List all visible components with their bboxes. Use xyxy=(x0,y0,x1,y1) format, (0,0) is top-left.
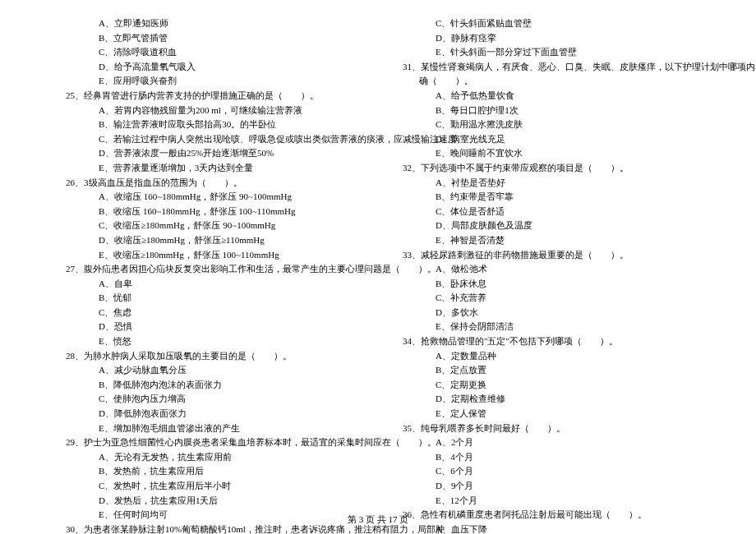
option: D、收缩压≥180mmHg，舒张压≥110mmHg xyxy=(49,233,370,248)
question-stem: 27、腹外疝患者因担心疝块反复突出影响工作和生活，最常产生的主要心理问题是（ ）… xyxy=(49,262,370,277)
option: C、体位是否舒适 xyxy=(386,205,707,219)
option: C、收缩压≥180mmHg，舒张压 90~100mmHg xyxy=(49,219,370,233)
option: B、每日口腔护理1次 xyxy=(386,104,707,118)
option: E、应用呼吸兴奋剂 xyxy=(49,74,370,89)
option: C、若输注过程中病人突然出现呛咳、呼吸急促或咳出类似营养液的痰液，应减慢输注速度 xyxy=(49,132,370,147)
option: E、营养液量逐渐增加，3天内达到全量 xyxy=(49,161,370,176)
question-stem: 34、抢救物品管理的"五定"不包括下列哪项（ ）。 xyxy=(386,334,707,349)
option: D、静脉有痉挛 xyxy=(386,31,707,46)
option: E、神智是否清楚 xyxy=(386,233,707,248)
option: A、自卑 xyxy=(49,277,370,292)
option: C、勤用温水擦洗皮肤 xyxy=(386,117,707,132)
option: A、若胃内容物残留量为200 ml，可继续输注营养液 xyxy=(49,104,370,118)
option: A、给予低热量饮食 xyxy=(386,89,707,104)
option: C、补充营养 xyxy=(386,291,707,306)
option: E、定人保管 xyxy=(386,407,707,421)
option: B、立即气管插管 xyxy=(49,31,370,46)
option: D、定期检查维修 xyxy=(386,392,707,407)
option: C、针头斜面紧贴血管壁 xyxy=(386,16,707,31)
option: A、衬垫是否垫好 xyxy=(386,176,707,191)
question-stem: 33、减轻尿路刺激征的非药物措施最重要的是（ ）。 xyxy=(386,248,707,263)
option: D、局部皮肤颜色及温度 xyxy=(386,219,707,233)
option: E、保持会阴部清洁 xyxy=(386,320,707,334)
option: E、12个月 xyxy=(386,494,707,509)
option: C、使肺泡内压力增高 xyxy=(49,392,370,407)
option: A、无论有无发热，抗生素应用前 xyxy=(49,450,370,465)
option: B、4个月 xyxy=(386,450,707,465)
left-column: A、立即通知医师 B、立即气管插管 C、清除呼吸道积血 D、给予高流量氧气吸入 … xyxy=(49,16,370,534)
option: B、约束带是否牢靠 xyxy=(386,190,707,205)
option: E、晚间睡前不宜饮水 xyxy=(386,146,707,161)
option: D、病室光线充足 xyxy=(386,132,707,147)
right-column: C、针头斜面紧贴血管壁 D、静脉有痉挛 E、针头斜面一部分穿过下面血管壁 31、… xyxy=(386,16,707,534)
option: A、定数量品种 xyxy=(386,349,707,364)
option: C、清除呼吸道积血 xyxy=(49,45,370,60)
option: B、收缩压 160~180mmHg，舒张压 100~110mmHg xyxy=(49,205,370,219)
option: A、做松弛术 xyxy=(386,262,707,277)
option: E、愤怒 xyxy=(49,334,370,349)
question-stem: 28、为肺水肿病人采取加压吸氧的主要目的是（ ）。 xyxy=(49,349,370,364)
option: A、收缩压 160~180mmHg，舒张压 90~100mmHg xyxy=(49,190,370,205)
option: B、降低肺泡内泡沫的表面张力 xyxy=(49,378,370,393)
option: D、发热后，抗生素应用1天后 xyxy=(49,494,370,509)
page-footer: 第 3 页 共 17 页 xyxy=(0,513,756,527)
option: D、多饮水 xyxy=(386,306,707,320)
question-stem: 35、纯母乳喂养多长时间最好（ ）。 xyxy=(386,421,707,436)
option: D、9个月 xyxy=(386,479,707,494)
option: B、卧床休息 xyxy=(386,277,707,292)
option: E、针头斜面一部分穿过下面血管壁 xyxy=(386,45,707,60)
page-container: A、立即通知医师 B、立即气管插管 C、清除呼吸道积血 D、给予高流量氧气吸入 … xyxy=(0,16,756,534)
question-stem: 26、3级高血压是指血压的范围为（ ）。 xyxy=(49,176,370,191)
option: D、恐惧 xyxy=(49,320,370,334)
question-stem: 31、某慢性肾衰竭病人，有厌食、恶心、口臭、失眠、皮肤瘙痒，以下护理计划中哪项内… xyxy=(386,60,707,75)
option: B、忧郁 xyxy=(49,291,370,306)
option: C、定期更换 xyxy=(386,378,707,393)
option: B、定点放置 xyxy=(386,363,707,378)
question-stem: 32、下列选项中不属于约束带应观察的项目是（ ）。 xyxy=(386,161,707,176)
question-stem: 29、护士为亚急性细菌性心内膜炎患者采集血培养标本时，最适宜的采集时间应在（ ）… xyxy=(49,435,370,450)
option: C、6个月 xyxy=(386,464,707,479)
option: A、2个月 xyxy=(386,435,707,450)
option: A、减少动脉血氧分压 xyxy=(49,363,370,378)
option: C、焦虑 xyxy=(49,306,370,320)
option: A、立即通知医师 xyxy=(49,16,370,31)
option: C、发热时，抗生素应用后半小时 xyxy=(49,479,370,494)
option: E、收缩压≥180mmHg，舒张压 100~110mmHg xyxy=(49,248,370,263)
question-stem: 25、经鼻胃管进行肠内营养支持的护理措施正确的是（ ）。 xyxy=(49,89,370,104)
option: D、给予高流量氧气吸入 xyxy=(49,60,370,75)
option: E、增加肺泡毛细血管渗出液的产生 xyxy=(49,421,370,436)
option: D、营养液浓度一般由25%开始逐渐增至50% xyxy=(49,146,370,161)
option: B、发热前，抗生素应用后 xyxy=(49,464,370,479)
question-stem-continue: 确（ ）。 xyxy=(386,74,707,89)
option: B、输注营养液时应取头部抬高30。的半卧位 xyxy=(49,117,370,132)
option: D、降低肺泡表面张力 xyxy=(49,407,370,421)
